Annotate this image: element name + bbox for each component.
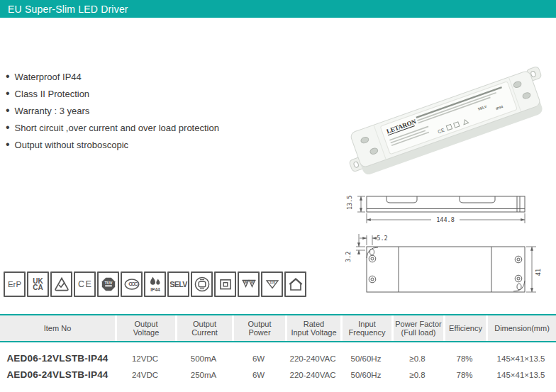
cell-power-factor: ≥0.8 [391,350,443,366]
cell-dimension: 145×41×13.5 [486,366,556,383]
table-header-row: Item No Output Voltage Output Current Ou… [0,314,556,342]
feature-item: Class II Protection [6,85,219,102]
tuv-label: TÜV [104,281,112,285]
col-output-current: Output Current [175,315,232,341]
datasheet-page: EU Super-Slim LED Driver Waterproof IP44… [0,0,556,392]
cell-output-power: 6W [232,350,285,366]
cell-output-current: 250mA [175,366,232,383]
thermal-value: 110 [269,281,275,284]
certifications-row: ErP UK CA CE TÜV CCC [4,271,308,297]
cell-power-factor: ≥0.8 [391,366,443,383]
col-efficiency: Efficiency [443,315,486,341]
dim-hole-offset: 5.2 [377,235,387,242]
col-dimension: Dimension(mm) [486,315,556,341]
col-output-voltage: Output Voltage [115,315,175,341]
dimension-drawings: 13.5 144.8 5 [340,183,556,310]
cell-item-no: AED06-24VLSTB-IP44 [0,366,115,383]
ccc-icon: CCC [123,276,140,293]
dim-height: 13.5 [346,196,353,210]
cell-efficiency: 78% [443,350,486,366]
cert-thermal-limit: 110 [261,271,283,297]
cell-dimension: 145×41×13.5 [486,350,556,366]
feature-item: Output without stroboscopic [6,136,219,153]
cert-selv: SELV [167,271,189,297]
spec-table: Item No Output Voltage Output Current Ou… [0,314,556,383]
cell-output-power: 6W [232,366,285,383]
top-view-drawing [367,247,525,292]
cell-input-frequency: 50/60Hz [340,350,391,366]
page-title: EU Super-Slim LED Driver [8,4,128,15]
cert-ccc: CCC [121,271,143,297]
feature-item: Short circuit ,over current and over loa… [6,119,219,136]
col-output-power: Output Power [232,315,285,341]
cell-input-frequency: 50/60Hz [340,366,391,383]
cert-tuv: TÜV [97,271,119,297]
ce-label: CE [77,279,93,289]
double-triangle-icon: W W [240,276,257,293]
rcm-triangle-check-icon [53,276,70,293]
table-row: AED06-24VLSTB-IP44 24VDC 250mA 6W 220-24… [0,366,556,383]
cert-ip44: IP44 [144,271,166,297]
thermal-triangle-icon: 110 [264,276,281,293]
cell-output-voltage: 24VDC [115,366,175,383]
erp-label: ErP [8,280,21,289]
cell-item-no: AED06-12VLSTB-IP44 [0,350,115,366]
cert-rcm [50,271,72,297]
dim-length: 144.8 [436,216,455,223]
class-ii-square-icon [217,276,234,293]
features-list: Waterproof IP44 Class II Protection Warr… [6,68,219,153]
feature-item: Warranty : 3 years [6,102,219,119]
page-header-bar: EU Super-Slim LED Driver [0,0,556,18]
cert-ce: CE [74,271,96,297]
cell-rated-input-voltage: 220-240VAC [285,350,340,366]
ip44-drops-icon: IP44 [147,276,164,293]
cert-ukca: UK CA [27,271,49,297]
col-input-frequency: Input Frequency [340,315,391,341]
cert-short-circuit-proof: W W [238,271,260,297]
table-row: AED06-12VLSTB-IP44 12VDC 500mA 6W 220-24… [0,350,556,366]
cell-output-current: 500mA [175,350,232,366]
cell-rated-input-voltage: 220-240VAC [285,366,340,383]
cert-erp: ErP [4,271,26,297]
cell-efficiency: 78% [443,366,486,383]
col-rated-input-voltage: Rated Input Voltage [285,315,340,341]
ukca-label: UK CA [33,278,43,291]
cert-class-ii [214,271,236,297]
cert-independent-ballast [191,271,213,297]
cell-output-voltage: 12VDC [115,350,175,366]
dim-edge: 3.2 [345,252,352,262]
ccc-label: CCC [128,281,138,287]
side-view-drawing [367,196,525,212]
ip44-label: IP44 [150,287,160,292]
cert-indoor-use [284,271,306,297]
house-icon [287,276,304,293]
table-body: AED06-12VLSTB-IP44 12VDC 500mA 6W 220-24… [0,350,556,383]
selv-label: SELV [169,280,187,289]
tuv-octagon-icon: TÜV [100,276,117,293]
product-photo: LETARON CE SELV IP44 [339,61,556,178]
dim-width: 41 [535,269,542,276]
col-power-factor: Power Factor (Full load) [391,315,443,341]
col-item-no: Item No [0,315,115,341]
feature-item: Waterproof IP44 [6,68,219,85]
independent-ballast-icon [194,276,211,293]
